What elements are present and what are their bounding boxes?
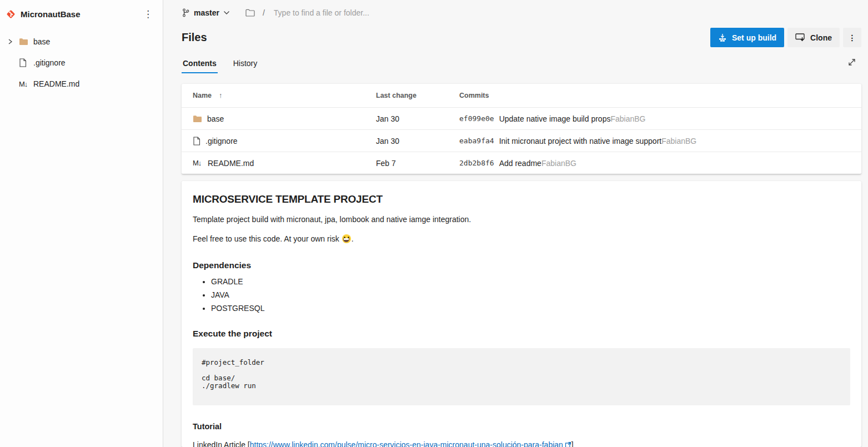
code-block: #project_folder cd base/ ./gradlew run xyxy=(193,348,850,405)
file-name[interactable]: .gitignore xyxy=(205,137,238,145)
file-icon xyxy=(19,58,32,67)
file-tree: base .gitignore M↓ README.md xyxy=(0,28,163,94)
external-link-icon xyxy=(565,441,571,447)
table-row[interactable]: .gitignore Jan 30 eaba9fa4 Init micronau… xyxy=(182,129,861,152)
commit-author: FabianBG xyxy=(610,114,645,123)
last-change: Jan 30 xyxy=(376,114,459,123)
execute-heading: Execute the project xyxy=(193,329,850,339)
linkedin-article-link[interactable]: https://www.linkedin.com/pulse/micro-ser… xyxy=(250,440,563,447)
table-row[interactable]: M↓ README.md Feb 7 2db2b8f6 Add readme F… xyxy=(182,152,861,174)
tree-item-gitignore[interactable]: .gitignore xyxy=(0,52,163,73)
folder-icon xyxy=(19,38,32,46)
tree-item-base[interactable]: base xyxy=(0,31,163,52)
branch-selector[interactable]: master xyxy=(182,8,230,17)
clone-button[interactable]: Clone xyxy=(787,28,840,47)
table-row[interactable]: base Jan 30 ef099e0e Update native image… xyxy=(182,107,861,129)
dependency-item: GRADLE xyxy=(211,277,850,287)
column-header-name[interactable]: Name↑ xyxy=(182,92,376,99)
repo-header: MicronautBase ⋮ xyxy=(0,0,163,28)
file-name[interactable]: base xyxy=(207,114,224,123)
tree-item-label: .gitignore xyxy=(33,58,66,67)
breadcrumb-folder-icon[interactable] xyxy=(245,9,255,17)
files-table: Name↑ Last change Commits base Jan 30 ef… xyxy=(182,84,861,174)
clone-icon xyxy=(795,33,805,42)
fullscreen-expand-icon[interactable] xyxy=(845,56,859,69)
set-up-build-button[interactable]: Set up build xyxy=(710,28,784,47)
find-file-input[interactable] xyxy=(274,8,861,17)
commit-author: FabianBG xyxy=(661,137,696,145)
dependencies-list: GRADLE JAVA POSTGRESQL xyxy=(193,277,850,313)
tutorial-paragraph: LinkedIn Article [https://www.linkedin.c… xyxy=(193,439,850,447)
tab-history[interactable]: History xyxy=(232,56,259,73)
commit-author: FabianBG xyxy=(541,159,576,168)
markdown-icon: M↓ xyxy=(193,159,206,167)
repo-sidebar: MicronautBase ⋮ base .gitignore M↓ READM… xyxy=(0,0,163,447)
sort-ascending-icon: ↑ xyxy=(219,92,222,99)
page-head: Files Set up build xyxy=(182,28,861,47)
folder-icon xyxy=(193,115,202,123)
readme-paragraph: Feel free to use this code. At your own … xyxy=(193,233,850,244)
commit-hash[interactable]: 2db2b8f6 xyxy=(459,159,494,167)
tabs-bar: Contents History xyxy=(182,54,861,74)
dependencies-heading: Dependencies xyxy=(193,260,850,270)
commit-message[interactable]: Init micronaut project with native image… xyxy=(499,137,662,145)
file-name[interactable]: README.md xyxy=(208,159,254,168)
file-icon xyxy=(193,137,200,145)
chevron-right-icon[interactable] xyxy=(7,38,19,45)
tree-item-label: README.md xyxy=(33,79,79,88)
branch-icon xyxy=(182,8,190,17)
tab-contents[interactable]: Contents xyxy=(182,56,218,73)
more-actions-button[interactable]: ⋮ xyxy=(843,28,861,47)
commit-hash[interactable]: ef099e0e xyxy=(459,114,494,123)
readme-preview: MICROSERVICE TEMPLATE PROJECT Template p… xyxy=(182,181,861,447)
last-change: Feb 7 xyxy=(376,159,459,168)
dependency-item: POSTGRESQL xyxy=(211,304,850,313)
commit-message[interactable]: Update native image build props xyxy=(499,114,611,123)
markdown-icon: M↓ xyxy=(19,80,32,88)
action-buttons: Set up build Clone ⋮ xyxy=(710,28,861,47)
tree-item-label: base xyxy=(33,37,50,46)
column-header-last-change[interactable]: Last change xyxy=(376,92,459,99)
main-area: master / Files xyxy=(163,0,868,447)
grinning-emoji xyxy=(342,234,351,243)
repo-more-button[interactable]: ⋮ xyxy=(139,7,157,21)
breadcrumb-separator: / xyxy=(263,8,265,17)
branch-name: master xyxy=(194,8,219,17)
column-header-commits[interactable]: Commits xyxy=(459,92,861,99)
readme-title: MICROSERVICE TEMPLATE PROJECT xyxy=(193,193,850,205)
chevron-down-icon xyxy=(223,11,230,15)
table-header: Name↑ Last change Commits xyxy=(182,84,861,107)
repo-name: MicronautBase xyxy=(21,9,139,19)
git-repo-icon xyxy=(6,9,16,19)
tutorial-heading: Tutorial xyxy=(193,422,850,431)
page-title: Files xyxy=(182,28,207,44)
tree-item-readme[interactable]: M↓ README.md xyxy=(0,73,163,94)
readme-paragraph: Template project build with micronaut, j… xyxy=(193,214,850,225)
build-icon xyxy=(718,33,727,42)
commit-hash[interactable]: eaba9fa4 xyxy=(459,137,494,145)
page-content: Files Set up build xyxy=(163,26,868,447)
commit-message[interactable]: Add readme xyxy=(499,159,541,168)
dependency-item: JAVA xyxy=(211,290,850,300)
path-toolbar: master / xyxy=(163,0,868,26)
last-change: Jan 30 xyxy=(376,137,459,145)
